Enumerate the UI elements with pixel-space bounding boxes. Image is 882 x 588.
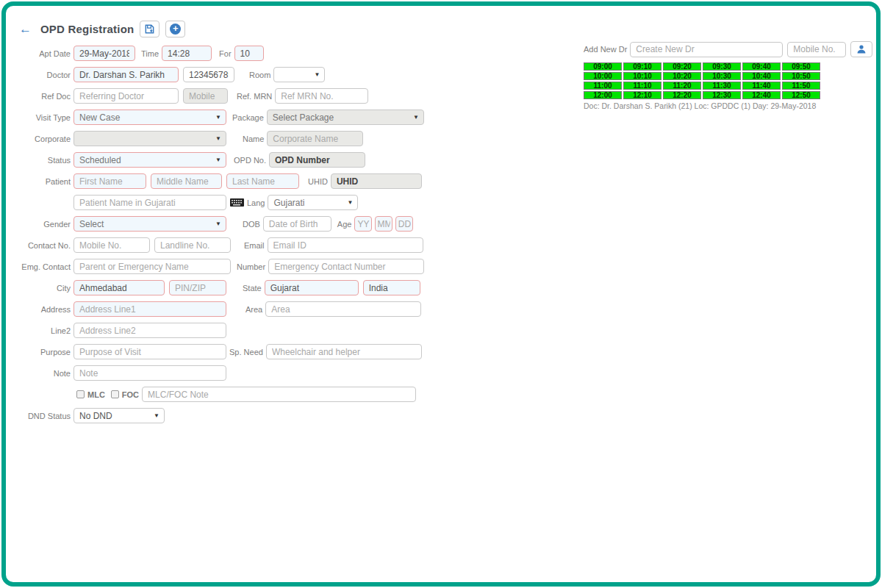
row-gender-dob: Gender Select ▼ DOB Age [13, 216, 469, 232]
visit-type-value: New Case [79, 112, 212, 123]
foc-checkbox[interactable] [111, 390, 119, 398]
line2-label: Line2 [13, 326, 71, 335]
visit-type-select[interactable]: New Case ▼ [74, 110, 226, 125]
slot-12:30[interactable]: 12:30 [703, 91, 741, 99]
ref-mrn-input[interactable] [275, 88, 368, 104]
doctor-mobile-input[interactable] [183, 67, 234, 82]
create-new-dr-input[interactable] [630, 42, 783, 57]
chevron-down-icon: ▼ [348, 199, 354, 206]
mlc-checkbox[interactable] [76, 390, 85, 398]
slot-09:20[interactable]: 09:20 [663, 62, 701, 71]
slot-11:30[interactable]: 11:30 [703, 82, 741, 90]
sp-need-input[interactable] [266, 344, 422, 359]
gujarati-name-input[interactable] [74, 195, 226, 210]
emg-contact-name-input[interactable] [74, 259, 231, 274]
save-icon [144, 24, 155, 35]
landline-no-input[interactable] [154, 237, 231, 253]
room-select[interactable]: ▼ [273, 67, 325, 82]
new-dr-mobile-input[interactable] [787, 42, 846, 57]
city-input[interactable] [74, 280, 165, 295]
slot-11:50[interactable]: 11:50 [782, 82, 820, 90]
pin-zip-input[interactable] [169, 280, 226, 295]
note-label: Note [13, 369, 71, 378]
slot-11:20[interactable]: 11:20 [663, 82, 701, 90]
lang-label: Lang [247, 198, 265, 207]
first-name-input[interactable] [74, 173, 146, 189]
state-input[interactable] [265, 280, 359, 295]
row-mlc-foc: MLC FOC [13, 387, 469, 402]
slot-12:20[interactable]: 12:20 [663, 91, 701, 99]
corporate-name-input[interactable] [267, 131, 363, 146]
row-emergency: Emg. Contact Number [13, 259, 469, 274]
slot-12:50[interactable]: 12:50 [782, 91, 820, 99]
last-name-input[interactable] [226, 173, 299, 189]
save-button[interactable] [140, 21, 159, 37]
note-input[interactable] [74, 365, 226, 381]
add-doctor-button[interactable] [850, 41, 872, 57]
address-line2-input[interactable] [74, 323, 226, 338]
corporate-select[interactable]: ▼ [74, 131, 226, 146]
slot-09:30[interactable]: 09:30 [703, 62, 741, 71]
time-input[interactable] [162, 46, 212, 61]
uhid-input[interactable] [331, 173, 422, 189]
slot-11:00[interactable]: 11:00 [584, 82, 622, 90]
dnd-status-value: No DND [79, 411, 151, 421]
mlc-foc-note-input[interactable] [142, 387, 416, 402]
add-new-dr-row: Add New Dr [584, 41, 881, 57]
add-new-button[interactable]: + [165, 21, 185, 37]
for-label: For [219, 49, 232, 58]
opd-number-input[interactable] [269, 152, 365, 168]
area-input[interactable] [265, 301, 421, 317]
dnd-status-select[interactable]: No DND ▼ [74, 408, 165, 423]
lang-select[interactable]: Gujarati ▼ [268, 195, 358, 210]
slot-12:10[interactable]: 12:10 [623, 91, 662, 99]
purpose-input[interactable] [74, 344, 226, 359]
middle-name-input[interactable] [151, 173, 222, 189]
back-arrow-icon[interactable]: ← [19, 23, 32, 35]
keyboard-icon[interactable] [230, 198, 244, 207]
add-new-dr-label: Add New Dr [584, 45, 627, 54]
slot-11:10[interactable]: 11:10 [623, 82, 662, 90]
slot-11:40[interactable]: 11:40 [742, 82, 781, 90]
country-input[interactable] [363, 280, 420, 295]
row-address1: Address Area [13, 301, 469, 317]
email-input[interactable] [268, 237, 423, 253]
slot-10:40[interactable]: 10:40 [742, 72, 781, 80]
row-patient-name: Patient UHID [13, 173, 469, 189]
row-purpose: Purpose Sp. Need [13, 344, 469, 359]
slot-12:40[interactable]: 12:40 [742, 91, 781, 99]
row-gujarati-name: Lang Gujarati ▼ [13, 195, 469, 210]
status-select[interactable]: Scheduled ▼ [74, 152, 226, 168]
slot-12:00[interactable]: 12:00 [584, 91, 622, 99]
age-days-input[interactable] [395, 216, 413, 232]
dob-input[interactable] [263, 216, 331, 232]
age-months-input[interactable] [375, 216, 392, 232]
row-appointment: Apt Date Time For [13, 46, 469, 61]
slot-10:00[interactable]: 10:00 [584, 72, 622, 80]
for-duration-input[interactable] [234, 46, 264, 61]
address-line1-input[interactable] [74, 301, 226, 317]
age-years-input[interactable] [354, 216, 372, 232]
page-header: ← OPD Registration + [19, 21, 185, 37]
slot-09:50[interactable]: 09:50 [782, 62, 820, 71]
slot-09:40[interactable]: 09:40 [742, 62, 781, 71]
slot-grid: 09:0009:1009:2009:3009:4009:5010:0010:10… [584, 62, 820, 99]
doctor-name-input[interactable] [74, 67, 179, 82]
person-icon [856, 44, 867, 54]
ref-mobile-input[interactable] [183, 88, 228, 104]
slot-10:10[interactable]: 10:10 [623, 72, 662, 80]
emg-contact-number-input[interactable] [268, 259, 424, 274]
apt-date-input[interactable] [74, 46, 135, 61]
slot-10:20[interactable]: 10:20 [663, 72, 701, 80]
slot-09:10[interactable]: 09:10 [623, 62, 662, 71]
package-select[interactable]: Select Package ▼ [267, 110, 424, 125]
ref-doc-input[interactable] [74, 88, 179, 104]
patient-label: Patient [13, 177, 71, 186]
area-label: Area [245, 305, 262, 314]
status-label: Status [13, 156, 71, 165]
slot-10:50[interactable]: 10:50 [782, 72, 820, 80]
mobile-no-input[interactable] [74, 237, 150, 253]
slot-10:30[interactable]: 10:30 [703, 72, 741, 80]
slot-09:00[interactable]: 09:00 [584, 62, 622, 71]
gender-select[interactable]: Select ▼ [74, 216, 226, 232]
